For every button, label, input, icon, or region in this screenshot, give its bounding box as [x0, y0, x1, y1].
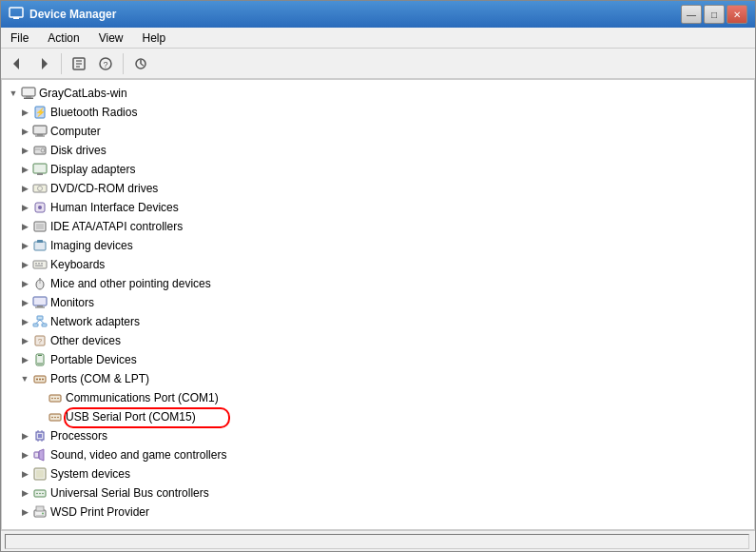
- printer-icon: [32, 504, 48, 520]
- back-button[interactable]: [5, 51, 29, 76]
- svg-rect-46: [37, 306, 43, 307]
- scan-button[interactable]: [128, 51, 153, 76]
- tree-item-wsd[interactable]: ▶ WSD Print Provider: [2, 503, 754, 522]
- svg-rect-48: [37, 316, 43, 320]
- disk-drives-label: Disk drives: [50, 144, 107, 157]
- svg-rect-20: [35, 136, 45, 137]
- svg-rect-18: [33, 126, 47, 134]
- menu-action[interactable]: Action: [38, 28, 88, 48]
- svg-point-63: [51, 398, 53, 400]
- content-area[interactable]: ▼ GrayCatLabs-win ▶ ⚡ Bluetooth Radios ▶: [1, 79, 755, 530]
- network-icon: [32, 314, 48, 329]
- tree-item-disk-drives[interactable]: ▶ Disk drives: [2, 141, 754, 160]
- imaging-icon: [32, 238, 48, 253]
- com1-label: Communications Port (COM1): [66, 391, 219, 404]
- tree-item-computer[interactable]: ▶ Computer: [2, 122, 754, 141]
- tree-item-usb[interactable]: ▶ Universal Serial Bus controllers: [2, 483, 754, 503]
- hid-icon: [32, 200, 48, 215]
- keyboard-icon: [32, 257, 48, 272]
- tree-item-imaging[interactable]: ▶ Imaging devices: [2, 236, 754, 255]
- menu-view[interactable]: View: [89, 28, 133, 48]
- ide-icon: [32, 219, 48, 234]
- mouse-icon: [32, 276, 48, 291]
- tree-item-mice[interactable]: ▶ Mice and other pointing devices: [2, 274, 754, 293]
- tree-item-bluetooth-radios[interactable]: ▶ ⚡ Bluetooth Radios: [2, 103, 754, 122]
- computer-expand-icon: ▶: [17, 124, 32, 139]
- svg-point-64: [54, 398, 56, 400]
- tree-item-ide-ata[interactable]: ▶ IDE ATA/ATAPI controllers: [2, 217, 754, 236]
- window-icon: [9, 6, 24, 24]
- other-expand-icon: ▶: [17, 333, 32, 348]
- status-bar: [1, 530, 755, 551]
- tree-item-usb-serial[interactable]: ▶ USB Serial Port (COM15): [2, 407, 754, 426]
- title-bar-left: Device Manager: [9, 6, 116, 24]
- tree-item-monitors[interactable]: ▶ Monitors: [2, 293, 754, 312]
- window-title: Device Manager: [29, 8, 116, 21]
- svg-line-12: [141, 64, 144, 66]
- menu-help[interactable]: Help: [133, 28, 176, 48]
- svg-point-61: [42, 379, 44, 381]
- svg-rect-47: [35, 307, 45, 308]
- svg-point-67: [51, 417, 53, 419]
- dvd-icon: [32, 181, 48, 196]
- svg-marker-77: [39, 449, 44, 461]
- tree-item-keyboards[interactable]: ▶ Keyboards: [2, 255, 754, 274]
- svg-point-86: [42, 513, 44, 515]
- menu-file[interactable]: File: [1, 28, 38, 48]
- wsd-expand-icon: ▶: [17, 504, 32, 520]
- display-adapters-label: Display adapters: [50, 163, 135, 176]
- svg-rect-41: [35, 266, 43, 267]
- svg-line-51: [36, 320, 41, 324]
- svg-text:?: ?: [103, 60, 107, 69]
- svg-rect-76: [34, 452, 39, 458]
- tree-item-processors[interactable]: ▶ Processors: [2, 426, 754, 445]
- tree-item-other[interactable]: ▶ ? Other devices: [2, 331, 754, 350]
- bluetooth-expand-icon: ▶: [17, 105, 32, 120]
- usb-serial-icon: [48, 409, 63, 424]
- usb-icon: [32, 485, 48, 501]
- svg-point-44: [39, 278, 41, 280]
- svg-text:⚡: ⚡: [35, 107, 47, 118]
- close-button[interactable]: ✕: [727, 5, 747, 24]
- svg-rect-14: [26, 96, 31, 98]
- tree-item-system[interactable]: ▶ System devices: [2, 464, 754, 483]
- tree-item-dvd-drives[interactable]: ▶ DVD/CD-ROM drives: [2, 179, 754, 198]
- keyboards-label: Keyboards: [50, 258, 105, 271]
- minimize-button[interactable]: —: [681, 5, 702, 24]
- status-text: [5, 534, 749, 549]
- tree-item-portable[interactable]: ▶ Portable Devices: [2, 350, 754, 369]
- title-bar: Device Manager — □ ✕: [1, 1, 755, 28]
- tree-item-sound[interactable]: ▶ Sound, video and game controllers: [2, 445, 754, 464]
- keyboards-expand-icon: ▶: [17, 257, 32, 272]
- maximize-button[interactable]: □: [704, 5, 725, 24]
- tree-item-network[interactable]: ▶ Network adapters: [2, 312, 754, 331]
- tree-root[interactable]: ▼ GrayCatLabs-win: [2, 84, 754, 103]
- display-icon: [32, 162, 48, 177]
- forward-button[interactable]: [31, 51, 56, 76]
- svg-rect-25: [37, 173, 43, 175]
- svg-point-68: [54, 417, 56, 419]
- portable-devices-label: Portable Devices: [50, 353, 137, 366]
- svg-rect-49: [33, 324, 38, 326]
- ports-expand-icon: ▼: [17, 371, 32, 386]
- tree-item-ports[interactable]: ▼ Ports (COM & LPT): [2, 369, 754, 388]
- tree-item-com1[interactable]: ▶ Communications Port (COM1): [2, 388, 754, 407]
- monitor-icon: [32, 295, 48, 310]
- svg-rect-56: [38, 355, 42, 356]
- svg-rect-21: [34, 147, 46, 154]
- network-adapters-label: Network adapters: [50, 315, 140, 328]
- svg-rect-40: [41, 263, 43, 265]
- svg-line-52: [40, 320, 45, 324]
- toolbar-sep-2: [123, 53, 124, 74]
- system-expand-icon: ▶: [17, 466, 32, 482]
- tree-item-display-adapters[interactable]: ▶ Display adapters: [2, 160, 754, 179]
- properties-button[interactable]: [67, 51, 91, 76]
- tree-item-hid[interactable]: ▶ Human Interface Devices: [2, 198, 754, 217]
- svg-marker-3: [42, 58, 48, 69]
- hid-label: Human Interface Devices: [50, 201, 179, 214]
- bluetooth-icon: ⚡: [32, 105, 48, 120]
- svg-rect-36: [37, 240, 43, 243]
- display-expand-icon: ▶: [17, 162, 32, 177]
- ide-expand-icon: ▶: [17, 219, 32, 234]
- help-button[interactable]: ?: [93, 51, 118, 76]
